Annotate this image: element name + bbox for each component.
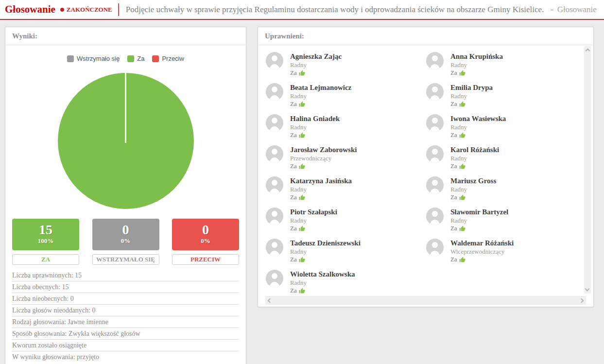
members-panel: Uprawnieni: Agnieszka Zając Radny Za bbox=[258, 27, 594, 307]
member-role: Radny bbox=[290, 61, 342, 69]
member-vote-label: Za bbox=[450, 193, 457, 201]
member-role: Radny bbox=[450, 154, 499, 162]
legend-item-for[interactable]: Za bbox=[127, 55, 144, 62]
vote-box-abstain: 0 0% bbox=[92, 219, 159, 250]
scroll-right-icon[interactable] bbox=[579, 298, 584, 303]
person-avatar-icon bbox=[266, 145, 283, 163]
member-vote: Za bbox=[290, 225, 337, 232]
scroll-down-icon[interactable] bbox=[585, 287, 590, 292]
legend-label-for: Za bbox=[137, 55, 144, 62]
vertical-scrollbar[interactable] bbox=[584, 46, 591, 294]
person-avatar-icon bbox=[426, 208, 444, 225]
stat-row: Liczba obecnych: 15 bbox=[12, 281, 239, 293]
member-vote-label: Za bbox=[450, 256, 457, 263]
stat-row: Kworum zostało osiągnięte bbox=[12, 340, 239, 351]
member-vote: Za bbox=[450, 225, 508, 232]
member-vote-label: Za bbox=[290, 225, 297, 232]
legend-item-abstain[interactable]: Wstrzymało się bbox=[67, 55, 120, 62]
member-vote: Za bbox=[290, 193, 352, 201]
thumbs-up-icon bbox=[459, 163, 466, 170]
member-item[interactable]: Anna Krupińska Radny Za bbox=[426, 52, 587, 77]
member-role: Radny bbox=[290, 92, 351, 100]
member-vote-label: Za bbox=[290, 131, 297, 139]
member-item[interactable]: Tadeusz Dzieniszewski Radny Za bbox=[266, 239, 426, 263]
person-avatar-icon bbox=[426, 83, 444, 101]
thumbs-up-icon bbox=[299, 70, 305, 76]
legend-label-abstain: Wstrzymało się bbox=[77, 55, 120, 62]
member-item[interactable]: Mariusz Gross Radny Za bbox=[426, 176, 587, 201]
thumbs-up-icon bbox=[459, 101, 466, 107]
members-scroll-area: Agnieszka Zając Radny Za bbox=[258, 45, 593, 298]
member-name: Halina Gniadek bbox=[290, 114, 340, 123]
legend-item-against[interactable]: Przeciw bbox=[152, 55, 184, 62]
member-role: Radny bbox=[290, 247, 361, 256]
thumbs-up-icon bbox=[459, 194, 466, 201]
scroll-left-icon[interactable] bbox=[268, 298, 273, 303]
member-item[interactable]: Wioletta Szalkowska Radny Za bbox=[266, 270, 426, 295]
member-vote: Za bbox=[290, 287, 355, 295]
status-badge: ZAKOŃCZONE bbox=[60, 6, 112, 14]
person-avatar-icon bbox=[426, 176, 444, 194]
scroll-up-icon[interactable] bbox=[585, 49, 590, 53]
member-vote: Za bbox=[290, 162, 357, 170]
thumbs-up-icon bbox=[459, 257, 466, 263]
member-item[interactable]: Iwona Wasiewska Radny Za bbox=[426, 114, 587, 139]
person-avatar-icon bbox=[266, 176, 283, 194]
status-label: ZAKOŃCZONE bbox=[67, 6, 112, 14]
legend-swatch-against-icon bbox=[152, 55, 159, 62]
chart-legend: Wstrzymało się Za Przeciw bbox=[5, 55, 246, 62]
header-divider bbox=[118, 3, 119, 16]
person-avatar-icon bbox=[266, 270, 283, 287]
vote-count-boxes: 15 100% 0 0% 0 0% bbox=[12, 219, 239, 250]
member-vote: Za bbox=[450, 69, 503, 77]
thumbs-up-icon bbox=[299, 288, 305, 294]
member-name: Karol Różański bbox=[450, 145, 499, 154]
person-avatar-icon bbox=[426, 145, 444, 163]
legend-swatch-abstain-icon bbox=[67, 55, 74, 62]
person-avatar-icon bbox=[266, 83, 283, 101]
member-item[interactable]: Katarzyna Jasińska Radny Za bbox=[266, 176, 426, 201]
member-item[interactable]: Karol Różański Radny Za bbox=[426, 145, 587, 170]
vote-percent-against: 0% bbox=[172, 237, 239, 245]
member-name: Anna Krupińska bbox=[450, 52, 503, 61]
member-vote-label: Za bbox=[290, 287, 297, 295]
member-vote: Za bbox=[450, 100, 493, 108]
thumbs-up-icon bbox=[299, 257, 305, 263]
person-avatar-icon bbox=[426, 239, 444, 256]
member-item[interactable]: Agnieszka Zając Radny Za bbox=[266, 52, 426, 77]
results-panel: Wyniki: Wstrzymało się Za Przeciw 15 100… bbox=[5, 27, 246, 364]
thumbs-up-icon bbox=[299, 225, 305, 232]
member-item[interactable]: Jarosław Zaborowski Przewodniczący Za bbox=[266, 145, 426, 170]
breadcrumb[interactable]: Głosowanie bbox=[557, 5, 597, 15]
member-vote: Za bbox=[450, 256, 514, 263]
stat-row: Sposób głosowania: Zwykła większość głos… bbox=[12, 328, 239, 340]
vote-count-abstain: 0 bbox=[92, 223, 159, 237]
member-item[interactable]: Sławomir Bartyzel Radny Za bbox=[426, 208, 587, 232]
member-role: Radny bbox=[290, 123, 340, 131]
member-name: Tadeusz Dzieniszewski bbox=[290, 239, 361, 247]
member-vote: Za bbox=[450, 131, 506, 139]
member-vote-label: Za bbox=[290, 162, 297, 170]
vote-label-against: PRZECIW bbox=[172, 254, 239, 265]
vote-label-for: ZA bbox=[12, 254, 79, 265]
vote-label-abstain: WSTRZYMAŁO SIĘ bbox=[92, 254, 159, 265]
member-vote: Za bbox=[450, 193, 496, 201]
member-vote-label: Za bbox=[290, 256, 297, 263]
top-header: Głosowanie ZAKOŃCZONE Podjęcie uchwały w… bbox=[0, 0, 604, 20]
horizontal-scrollbar[interactable] bbox=[265, 296, 586, 305]
member-vote: Za bbox=[290, 256, 361, 263]
stat-row: Rodzaj głosowania: Jawne imienne bbox=[12, 316, 239, 328]
stat-row: Liczba nieobecnych: 0 bbox=[12, 293, 239, 305]
status-dot-icon bbox=[60, 8, 64, 12]
member-item[interactable]: Emilia Drypa Radny Za bbox=[426, 83, 587, 108]
vote-label-boxes: ZA WSTRZYMAŁO SIĘ PRZECIW bbox=[12, 254, 239, 265]
legend-swatch-for-icon bbox=[127, 55, 134, 62]
member-item[interactable]: Waldemar Różański Wiceprzewodniczący Za bbox=[426, 239, 587, 263]
vote-count-for: 15 bbox=[12, 223, 79, 237]
member-item[interactable]: Piotr Szałapski Radny Za bbox=[266, 208, 426, 232]
member-role: Radny bbox=[450, 92, 493, 100]
voting-stats-list: Liczba uprawnionych: 15 Liczba obecnych:… bbox=[12, 270, 239, 363]
member-item[interactable]: Halina Gniadek Radny Za bbox=[266, 114, 426, 139]
member-name: Waldemar Różański bbox=[450, 239, 514, 247]
member-item[interactable]: Beata Lejmanowicz Radny Za bbox=[266, 83, 426, 108]
